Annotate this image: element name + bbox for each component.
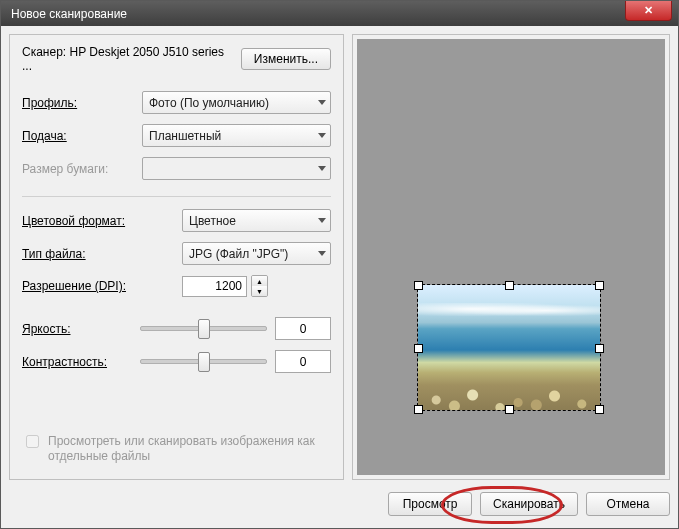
chevron-down-icon bbox=[318, 251, 326, 256]
file-type-value: JPG (Файл "JPG") bbox=[189, 247, 288, 261]
preview-button[interactable]: Просмотр bbox=[388, 492, 472, 516]
brightness-label: Яркость: bbox=[22, 322, 132, 336]
color-format-select[interactable]: Цветное bbox=[182, 209, 331, 232]
close-icon: ✕ bbox=[644, 4, 653, 17]
brightness-slider[interactable] bbox=[140, 319, 267, 339]
dpi-spinner[interactable]: ▲ ▼ bbox=[251, 275, 268, 297]
dpi-input[interactable] bbox=[182, 276, 247, 297]
color-format-label: Цветовой формат: bbox=[22, 214, 182, 228]
contrast-value[interactable] bbox=[275, 350, 331, 373]
resize-handle[interactable] bbox=[595, 281, 604, 290]
separate-files-label: Просмотреть или сканировать изображения … bbox=[48, 434, 331, 465]
preview-surface[interactable] bbox=[357, 39, 665, 475]
paper-size-select bbox=[142, 157, 331, 180]
titlebar[interactable]: Новое сканирование ✕ bbox=[1, 1, 678, 26]
profile-value: Фото (По умолчанию) bbox=[149, 96, 269, 110]
file-type-label: Тип файла: bbox=[22, 247, 182, 261]
profile-select[interactable]: Фото (По умолчанию) bbox=[142, 91, 331, 114]
feed-value: Планшетный bbox=[149, 129, 221, 143]
resize-handle[interactable] bbox=[595, 344, 604, 353]
resize-handle[interactable] bbox=[414, 344, 423, 353]
feed-select[interactable]: Планшетный bbox=[142, 124, 331, 147]
chevron-down-icon bbox=[318, 218, 326, 223]
window-title: Новое сканирование bbox=[11, 7, 127, 21]
preview-panel bbox=[352, 34, 670, 480]
resize-handle[interactable] bbox=[414, 405, 423, 414]
resize-handle[interactable] bbox=[505, 405, 514, 414]
scan-dialog-window: Новое сканирование ✕ Сканер: HP Deskjet … bbox=[0, 0, 679, 529]
resize-handle[interactable] bbox=[414, 281, 423, 290]
brightness-value[interactable] bbox=[275, 317, 331, 340]
resize-handle[interactable] bbox=[595, 405, 604, 414]
contrast-label: Контрастность: bbox=[22, 355, 132, 369]
crop-marquee[interactable] bbox=[417, 284, 601, 411]
contrast-slider[interactable] bbox=[140, 352, 267, 372]
spin-up-icon[interactable]: ▲ bbox=[252, 276, 267, 286]
cancel-button[interactable]: Отмена bbox=[586, 492, 670, 516]
chevron-down-icon bbox=[318, 133, 326, 138]
feed-label: Подача: bbox=[22, 129, 142, 143]
separator bbox=[22, 196, 331, 197]
separate-files-checkbox bbox=[26, 435, 39, 448]
spin-down-icon[interactable]: ▼ bbox=[252, 286, 267, 296]
scan-button[interactable]: Сканировать bbox=[480, 492, 578, 516]
change-scanner-button[interactable]: Изменить... bbox=[241, 48, 331, 70]
preview-image bbox=[418, 285, 600, 410]
close-button[interactable]: ✕ bbox=[625, 1, 672, 21]
color-format-value: Цветное bbox=[189, 214, 236, 228]
settings-panel: Сканер: HP Deskjet 2050 J510 series ... … bbox=[9, 34, 344, 480]
chevron-down-icon bbox=[318, 166, 326, 171]
paper-size-label: Размер бумаги: bbox=[22, 162, 142, 176]
slider-thumb[interactable] bbox=[198, 352, 210, 372]
dpi-label: Разрешение (DPI): bbox=[22, 279, 182, 293]
resize-handle[interactable] bbox=[505, 281, 514, 290]
slider-thumb[interactable] bbox=[198, 319, 210, 339]
chevron-down-icon bbox=[318, 100, 326, 105]
dialog-footer: Просмотр Сканировать Отмена bbox=[9, 488, 670, 520]
profile-label: Профиль: bbox=[22, 96, 142, 110]
file-type-select[interactable]: JPG (Файл "JPG") bbox=[182, 242, 331, 265]
scanner-label: Сканер: HP Deskjet 2050 J510 series ... bbox=[22, 45, 233, 73]
